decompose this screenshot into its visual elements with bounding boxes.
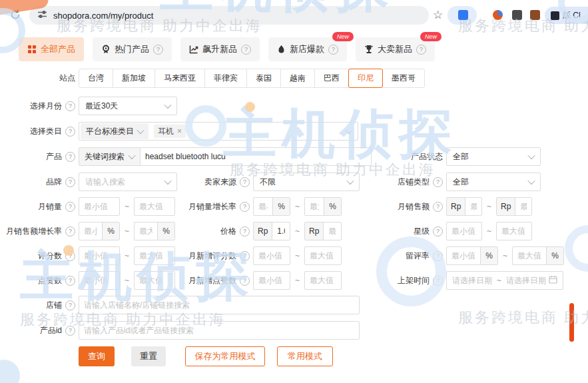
browser-profile-chip[interactable]: 版 Cl	[545, 7, 588, 24]
help-icon[interactable]: ?	[65, 101, 75, 111]
listing-date-range-picker[interactable]: 请选择日期 ~ 请选择日期	[446, 271, 563, 290]
tab-rising-new[interactable]: 飙升新品 ?	[180, 37, 260, 61]
range-separator: ~	[290, 251, 301, 260]
site-option-mexico[interactable]: 墨西哥	[382, 69, 425, 88]
new-rating-min-input[interactable]	[254, 247, 290, 264]
help-icon[interactable]: ?	[433, 177, 443, 187]
site-option-philippines[interactable]: 菲律宾	[204, 69, 247, 88]
like-count-min-input[interactable]	[79, 272, 119, 289]
price-min-input[interactable]	[272, 222, 290, 240]
product-status-label: 产品状态	[411, 151, 443, 163]
site-option-thailand[interactable]: 泰国	[246, 69, 281, 88]
product-tabs: 全部产品 热门产品 ? 飙升新品 ? 新店爆款 ? New 大卖新品 ? New	[19, 37, 435, 61]
star-max-input[interactable]	[497, 222, 531, 240]
new-like-count-row: 月新增点赞数 ? ~	[163, 271, 342, 290]
reload-icon[interactable]	[9, 9, 21, 21]
tab-hot-products[interactable]: 热门产品 ?	[93, 37, 172, 61]
product-id-row: 产品id ?	[0, 321, 360, 340]
help-icon[interactable]: ?	[240, 177, 250, 187]
site-option-malaysia[interactable]: 马来西亚	[154, 69, 205, 88]
site-settings-icon[interactable]	[37, 9, 47, 22]
category-select[interactable]: 平台标准类目 耳机 ×	[79, 122, 358, 141]
help-icon[interactable]: ?	[433, 202, 443, 212]
price-row: 价格 ? Rp ~ Rp	[163, 222, 342, 240]
help-icon[interactable]: ?	[433, 226, 443, 236]
monthly-sales-label: 月销量	[38, 201, 62, 212]
category-row: 选择类目 ? 平台标准类目 耳机 ×	[0, 122, 358, 141]
month-select[interactable]: 最近30天	[79, 97, 177, 115]
monthly-revenue-min-input[interactable]	[465, 198, 481, 215]
tab-new-shop-hits[interactable]: 新店爆款 ? New	[268, 37, 347, 61]
monthly-sales-min-input[interactable]	[79, 198, 119, 215]
tab-best-seller-new[interactable]: 大卖新品 ? New	[356, 37, 435, 61]
watermark-slogan: 服务跨境电商 助力中企出海	[458, 308, 588, 328]
range-separator: ~	[120, 202, 131, 211]
help-icon[interactable]: ?	[65, 202, 75, 212]
help-icon[interactable]: ?	[240, 276, 250, 286]
category-mode-select[interactable]: 平台标准类目	[81, 123, 148, 139]
currency-prefix: Rp	[254, 222, 272, 240]
tab-all-products[interactable]: 全部产品	[19, 37, 84, 61]
address-bar[interactable]: shopdora.com/my/product	[29, 6, 429, 25]
extension-icon-blue[interactable]	[458, 10, 468, 20]
help-icon[interactable]: ?	[65, 177, 75, 187]
help-icon[interactable]: ?	[416, 45, 426, 55]
monthly-revenue-row: 月销售额 ? Rp ~ Rp	[330, 197, 532, 216]
brand-placeholder: 请输入搜索	[85, 177, 125, 188]
help-icon[interactable]: ?	[65, 152, 75, 162]
site-option-brazil[interactable]: 巴西	[314, 69, 349, 88]
help-icon[interactable]: ?	[241, 45, 251, 55]
site-option-singapore[interactable]: 新加坡	[113, 69, 155, 88]
site-option-vietnam[interactable]: 越南	[280, 69, 315, 88]
product-status-select[interactable]: 全部	[446, 147, 541, 166]
monthly-sales-row: 月销量 ? ~	[0, 197, 175, 216]
help-icon[interactable]: ?	[65, 226, 75, 236]
brand-search-select[interactable]: 请输入搜索	[79, 173, 177, 191]
help-icon[interactable]: ?	[65, 326, 75, 336]
help-icon[interactable]: ?	[240, 202, 250, 212]
percent-suffix: %	[102, 222, 119, 240]
watermark-dot	[245, 102, 255, 112]
close-icon[interactable]: ×	[177, 127, 182, 136]
help-icon[interactable]: ?	[65, 127, 75, 137]
extension-icon-dark[interactable]	[512, 10, 522, 20]
help-icon[interactable]: ?	[328, 45, 338, 55]
chevron-down-icon	[128, 152, 135, 159]
sales-growth-min-input[interactable]	[254, 198, 272, 215]
floating-side-handle[interactable]	[569, 303, 574, 342]
product-search-mode-select[interactable]: 关键词搜索	[79, 147, 141, 166]
star-min-input[interactable]	[447, 222, 481, 240]
sales-growth-max-input[interactable]	[305, 198, 324, 215]
revenue-growth-min-input[interactable]	[79, 222, 102, 240]
help-icon[interactable]: ?	[433, 251, 443, 261]
help-icon[interactable]: ?	[65, 300, 75, 310]
site-option-taiwan[interactable]: 台湾	[79, 69, 113, 88]
help-icon[interactable]: ?	[240, 251, 250, 261]
monthly-revenue-max-input[interactable]	[515, 198, 531, 215]
bookmark-star-icon[interactable]: ☆	[433, 8, 443, 22]
help-icon[interactable]: ?	[65, 276, 75, 286]
extension-icon-pie[interactable]	[493, 10, 503, 20]
site-option-indonesia[interactable]: 印尼	[348, 69, 383, 88]
help-icon[interactable]: ?	[153, 45, 163, 55]
rating-count-min-input[interactable]	[79, 247, 119, 264]
review-rate-max-input[interactable]	[513, 247, 546, 264]
shop-type-label: 店铺类型	[398, 177, 430, 188]
new-like-min-input[interactable]	[254, 272, 290, 289]
shop-search-input[interactable]	[79, 296, 359, 314]
revenue-growth-max-input[interactable]	[135, 222, 157, 240]
save-common-mode-button[interactable]: 保存为常用模式	[185, 346, 265, 366]
product-id-input[interactable]	[79, 322, 359, 339]
new-rating-count-row: 月新增评分数 ? ~	[163, 246, 342, 265]
reset-button[interactable]: 重置	[131, 346, 166, 366]
help-icon[interactable]: ?	[240, 226, 250, 236]
seller-source-value: 不限	[260, 177, 276, 188]
search-button[interactable]: 查询	[79, 346, 115, 366]
extension-icon-brown[interactable]	[530, 10, 540, 20]
help-icon[interactable]: ?	[65, 251, 75, 261]
tab-label: 新店爆款	[290, 43, 324, 55]
common-mode-button[interactable]: 常用模式	[277, 346, 333, 366]
shop-type-select[interactable]: 全部	[446, 173, 541, 191]
review-rate-min-input[interactable]	[447, 247, 480, 264]
help-icon[interactable]: ?	[433, 276, 443, 286]
